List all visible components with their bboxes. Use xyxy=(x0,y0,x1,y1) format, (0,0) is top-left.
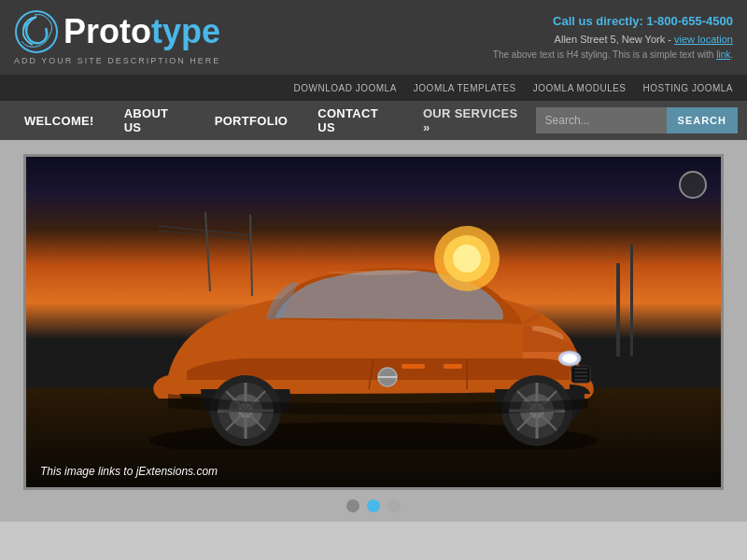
logo-text[interactable]: Prototype xyxy=(63,12,220,51)
logo-area: Prototype ADD YOUR SITE DESCRIPTION HERE xyxy=(14,9,220,65)
address-line: Allen Street 5, New York - view location xyxy=(493,32,733,49)
desc-link[interactable]: link xyxy=(716,49,730,60)
nav-links: WELCOME! ABOUT US PORTFOLIO CONTACT US O… xyxy=(9,101,536,140)
nav-welcome[interactable]: WELCOME! xyxy=(9,101,109,140)
phone-number: 1-800-655-4500 xyxy=(646,14,733,28)
main-nav: WELCOME! ABOUT US PORTFOLIO CONTACT US O… xyxy=(0,101,747,140)
nav-our-services[interactable]: OUR SERVICES » xyxy=(408,101,536,140)
nav-about-us[interactable]: ABOUT US xyxy=(109,101,200,140)
slide-indicator xyxy=(679,171,707,199)
logo-brand: Prototype xyxy=(14,9,220,54)
car-image xyxy=(112,207,635,450)
site-description: ADD YOUR SITE DESCRIPTION HERE xyxy=(14,56,220,65)
svg-rect-38 xyxy=(616,263,620,357)
view-location-link[interactable]: view location xyxy=(674,34,733,45)
svg-point-33 xyxy=(453,245,481,273)
desc-text: The above text is H4 styling. This is a … xyxy=(493,49,716,60)
svg-point-21 xyxy=(562,354,577,363)
slide-dot-1[interactable] xyxy=(346,499,359,512)
slide-caption: This image links to jExtensions.com xyxy=(40,465,218,478)
nav-joomla-templates[interactable]: JOOMLA TEMPLATES xyxy=(414,83,516,93)
nav-joomla-modules[interactable]: JOOMLA MODULES xyxy=(533,83,627,93)
svg-line-35 xyxy=(159,231,252,240)
nav-download-joomla[interactable]: DOWNLOAD JOOMLA xyxy=(294,83,397,93)
svg-rect-30 xyxy=(444,364,462,369)
desc-line: The above text is H4 styling. This is a … xyxy=(493,48,733,63)
nav-hosting-joomla[interactable]: HOSTING JOOMLA xyxy=(643,83,733,93)
phone-label: Call us directly: xyxy=(553,14,646,28)
svg-line-37 xyxy=(250,215,252,296)
contact-area: Call us directly: 1-800-655-4500 Allen S… xyxy=(493,12,733,63)
search-input[interactable] xyxy=(536,107,667,133)
phone-line: Call us directly: 1-800-655-4500 xyxy=(493,12,733,32)
dot-navigation xyxy=(346,499,401,512)
header-top: Prototype ADD YOUR SITE DESCRIPTION HERE… xyxy=(0,0,747,75)
nav-portfolio[interactable]: PORTFOLIO xyxy=(200,101,303,140)
svg-line-36 xyxy=(205,212,210,291)
svg-rect-39 xyxy=(630,245,633,357)
secondary-nav: DOWNLOAD JOOMLA JOOMLA TEMPLATES JOOMLA … xyxy=(0,75,747,101)
address-label: Allen Street 5, New York - xyxy=(555,34,674,45)
slideshow-wrapper: This image links to jExtensions.com xyxy=(0,140,747,522)
slide-dot-3[interactable] xyxy=(388,499,401,512)
svg-rect-29 xyxy=(402,364,425,369)
search-area: SEARCH xyxy=(536,107,738,133)
nav-contact-us[interactable]: CONTACT US xyxy=(303,101,408,140)
slideshow-frame[interactable]: This image links to jExtensions.com xyxy=(23,154,724,490)
slide-dot-2[interactable] xyxy=(367,499,380,512)
search-button[interactable]: SEARCH xyxy=(667,107,738,133)
logo-icon xyxy=(14,9,59,54)
